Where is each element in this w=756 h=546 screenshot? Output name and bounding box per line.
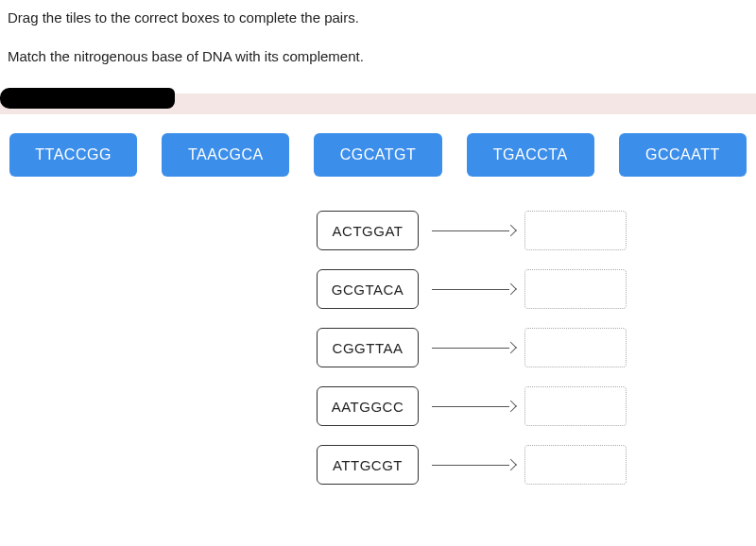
redaction-mark <box>0 88 175 109</box>
arrow-icon <box>424 221 519 240</box>
arrow-icon <box>424 397 519 416</box>
draggable-tile[interactable]: TAACGCA <box>162 133 289 177</box>
header-bar <box>0 94 756 114</box>
source-sequence-box: AATGGCC <box>317 386 419 426</box>
drop-target[interactable] <box>524 445 627 485</box>
pairs-area: ACTGGAT GCGTACA CGGTTAA AATGGCC ATTGCGT <box>0 211 756 485</box>
tiles-row: TTACCGG TAACGCA CGCATGT TGACCTA GCCAATT <box>0 114 756 177</box>
pair-row: AATGGCC <box>317 386 756 426</box>
source-sequence-box: ACTGGAT <box>317 211 419 250</box>
drop-target[interactable] <box>524 269 627 309</box>
draggable-tile[interactable]: CGCATGT <box>314 133 441 177</box>
drop-target[interactable] <box>524 211 627 250</box>
pair-row: CGGTTAA <box>317 328 756 367</box>
source-sequence-box: GCGTACA <box>317 269 419 309</box>
instruction-line-1: Drag the tiles to the correct boxes to c… <box>8 8 748 29</box>
drop-target[interactable] <box>524 386 627 426</box>
pair-row: ACTGGAT <box>317 211 756 250</box>
draggable-tile[interactable]: TTACCGG <box>9 133 137 177</box>
draggable-tile[interactable]: TGACCTA <box>467 133 594 177</box>
source-sequence-box: ATTGCGT <box>317 445 419 485</box>
source-sequence-box: CGGTTAA <box>317 328 419 367</box>
instructions-block: Drag the tiles to the correct boxes to c… <box>0 0 756 88</box>
pair-row: GCGTACA <box>317 269 756 309</box>
arrow-icon <box>424 455 519 474</box>
drop-target[interactable] <box>524 328 627 367</box>
arrow-icon <box>424 280 519 299</box>
instruction-line-2: Match the nitrogenous base of DNA with i… <box>8 46 748 68</box>
pair-row: ATTGCGT <box>317 445 756 485</box>
arrow-icon <box>424 338 519 357</box>
draggable-tile[interactable]: GCCAATT <box>619 133 747 177</box>
